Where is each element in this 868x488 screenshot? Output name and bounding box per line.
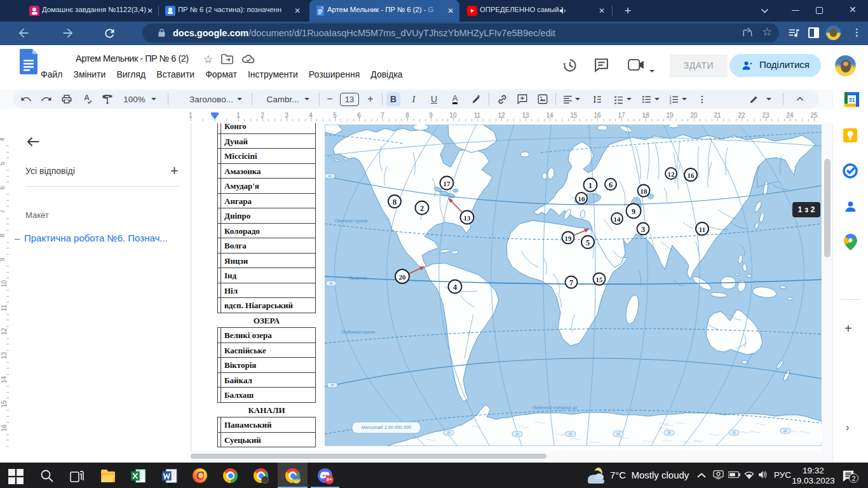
svg-text:20: 20 [329,281,333,285]
svg-text:13: 13 [464,214,471,222]
svg-text:20: 20 [447,431,451,435]
svg-text:2: 2 [420,204,424,213]
svg-text:11: 11 [699,226,705,233]
svg-text:Масштаб 1:90 000 000: Масштаб 1:90 000 000 [362,424,412,430]
svg-text:20: 20 [515,432,519,436]
svg-text:20: 20 [783,429,787,433]
svg-text:10: 10 [578,195,586,203]
svg-text:6: 6 [609,180,613,189]
svg-text:20: 20 [732,431,736,435]
svg-text:20: 20 [399,273,407,281]
svg-text:4: 4 [453,283,458,292]
svg-text:Экватор: Экватор [349,276,367,281]
svg-text:1: 1 [588,181,592,190]
svg-text:20: 20 [667,431,671,435]
svg-text:Південний тропік: Південний тропік [341,330,376,335]
svg-text:20: 20 [569,432,573,436]
svg-text:7: 7 [569,278,573,287]
svg-text:9: 9 [632,207,635,216]
svg-text:19: 19 [565,234,573,242]
svg-text:12: 12 [668,170,675,178]
svg-text:14: 14 [614,215,621,223]
svg-text:3: 3 [669,101,671,105]
svg-text:3: 3 [641,225,645,234]
svg-text:17: 17 [444,180,451,187]
svg-text:Південний полярний кр: Південний полярний кр [532,405,577,410]
svg-text:8: 8 [393,198,397,207]
svg-text:5: 5 [586,238,590,247]
svg-text:20: 20 [330,383,334,387]
svg-text:18: 18 [641,187,648,195]
svg-text:16: 16 [688,172,695,179]
svg-text:31: 31 [848,97,855,103]
svg-text:20: 20 [616,432,620,436]
svg-text:15: 15 [596,276,604,283]
svg-text:20: 20 [328,174,332,178]
svg-text:Північний тропік: Північний тропік [335,219,368,224]
